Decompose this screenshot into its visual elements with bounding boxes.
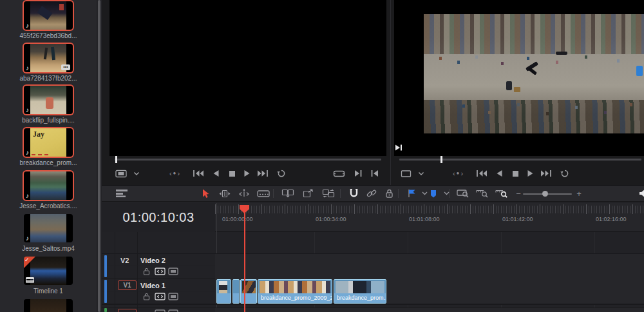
- dynamic-trim-icon[interactable]: [236, 186, 252, 200]
- clip-thumbnail[interactable]: ♪: [24, 86, 73, 114]
- loop-icon[interactable]: [273, 166, 289, 180]
- jog-control[interactable]: ‹ ● ›: [157, 166, 193, 180]
- blade-edit-icon[interactable]: [255, 186, 272, 200]
- clip-thumbnail[interactable]: ♪ •••: [24, 44, 73, 72]
- resize-viewer-icon[interactable]: [331, 166, 346, 180]
- source-scrubber-knob[interactable]: [115, 156, 117, 163]
- selection-tool-icon[interactable]: [197, 186, 214, 200]
- trim-edit-icon[interactable]: [216, 186, 233, 200]
- scrollbar-thumb[interactable]: [98, 0, 100, 312]
- zoom-slider-handle[interactable]: [542, 191, 548, 197]
- track-lock-icon[interactable]: [143, 293, 150, 300]
- chevron-down-icon[interactable]: [413, 166, 429, 180]
- audio-icon: ♪: [26, 192, 29, 199]
- timeline-thumbnail[interactable]: ✓: [24, 257, 73, 285]
- clip-filmstrip: [260, 281, 330, 294]
- track-badge-v1[interactable]: V1: [118, 280, 137, 290]
- track-badge-v2[interactable]: V2: [120, 257, 129, 264]
- go-to-last-frame-button[interactable]: [255, 166, 270, 180]
- next-edit-icon[interactable]: [350, 166, 366, 180]
- timeline-scrubber-knob[interactable]: [440, 156, 442, 163]
- minus-icon: −: [516, 189, 521, 199]
- timeline-clip[interactable]: [216, 279, 231, 304]
- media-item[interactable]: ♪ ••• aba7284137fb202...: [0, 44, 97, 82]
- timeline-clip[interactable]: [232, 279, 240, 304]
- clip-thumbnail[interactable]: ♪: [24, 1, 73, 30]
- media-item[interactable]: ♪ 455f2673ebd36bd...: [0, 1, 97, 39]
- clip-thumbnail[interactable]: ♪: [24, 171, 73, 200]
- jog-right-icon: ›: [460, 170, 464, 177]
- track-enable-icon[interactable]: [168, 293, 178, 300]
- playhead-line[interactable]: [244, 206, 245, 312]
- timeline-clip[interactable]: breakdance_promo_2009_2010 (4...: [258, 279, 332, 304]
- audio-icon: ♪: [26, 106, 29, 113]
- play-button[interactable]: [240, 166, 255, 180]
- source-scrubber[interactable]: [115, 159, 381, 161]
- insert-clip-icon[interactable]: [279, 186, 296, 200]
- go-to-first-frame-button[interactable]: [191, 166, 206, 180]
- stop-button[interactable]: [507, 166, 523, 180]
- chevron-down-icon[interactable]: [438, 186, 455, 200]
- clip-name: Jesse_Saltos.mp4: [0, 245, 97, 252]
- crowd-specks: [424, 14, 426, 17]
- loop-icon[interactable]: [556, 166, 572, 180]
- clip-thumbnail[interactable]: [24, 299, 73, 312]
- clip-thumbnail[interactable]: ♪: [24, 214, 73, 242]
- media-item[interactable]: ♪ Jesse_Acrobatics....: [0, 171, 97, 210]
- timeline-scrubber[interactable]: [399, 159, 641, 161]
- position-lock-icon[interactable]: [381, 186, 397, 200]
- chevron-down-icon[interactable]: [129, 166, 144, 180]
- mixer-icon[interactable]: [636, 186, 644, 200]
- go-to-last-frame-button[interactable]: [538, 166, 554, 180]
- track-name-v1[interactable]: Video 1: [140, 282, 166, 289]
- track-enable-icon[interactable]: [168, 309, 178, 312]
- play-button[interactable]: [523, 166, 538, 180]
- timeline-viewer-mode-icon[interactable]: [398, 166, 413, 180]
- zoom-custom-icon[interactable]: [493, 186, 510, 200]
- jog-dot-icon: ●: [173, 170, 178, 176]
- timecode-value: 01:00:10:03: [102, 210, 215, 225]
- track-enable-icon[interactable]: [168, 268, 178, 275]
- crowd-bottom: [424, 100, 644, 133]
- go-to-first-frame-button[interactable]: [474, 166, 489, 180]
- source-viewer-canvas[interactable]: [109, 0, 386, 156]
- thumbnail-art: [30, 86, 66, 114]
- video-2-lane[interactable]: [215, 254, 644, 278]
- timeline-ruler[interactable]: 01:00:00:00 01:00:34:00 01:01:08:00 01:0…: [215, 203, 644, 232]
- clip-thumbnail[interactable]: Jay ♪: [24, 128, 73, 157]
- media-item[interactable]: Jay ♪ breakdance_prom...: [0, 128, 97, 166]
- media-item[interactable]: [0, 299, 97, 312]
- jog-control[interactable]: ‹ ● ›: [440, 166, 477, 180]
- track-lock-icon[interactable]: [143, 268, 150, 275]
- auto-select-icon[interactable]: [155, 293, 166, 300]
- previous-edit-icon[interactable]: [367, 166, 383, 180]
- zoom-detail-icon[interactable]: [474, 186, 491, 200]
- play-reverse-button[interactable]: [491, 166, 507, 180]
- row-divider: [102, 304, 644, 305]
- media-pool-scrollbar[interactable]: [97, 0, 102, 312]
- jump-to-edit-icon[interactable]: [394, 142, 403, 150]
- auto-select-icon[interactable]: [155, 268, 166, 275]
- replace-clip-icon[interactable]: [320, 186, 337, 200]
- source-viewer-mode-icon[interactable]: [113, 166, 129, 180]
- timeline-clip[interactable]: breakdance_prom...: [334, 279, 386, 304]
- track-badge-a1[interactable]: [118, 309, 137, 312]
- track-name-v2[interactable]: Video 2: [140, 257, 166, 264]
- zoom-in-button[interactable]: +: [571, 186, 587, 200]
- media-item[interactable]: ♪ backflip_fullspin....: [0, 86, 97, 124]
- thumbnail-art: Jay: [30, 128, 66, 157]
- zoom-fit-icon[interactable]: [455, 186, 471, 200]
- media-item-timeline[interactable]: ✓ Timeline 1: [0, 257, 97, 295]
- timeline-view-options-icon[interactable]: [113, 186, 130, 200]
- ruler-label: 01:01:42:00: [502, 216, 533, 222]
- snapping-magnet-icon[interactable]: [345, 186, 362, 200]
- timeline-name: Timeline 1: [0, 288, 97, 295]
- link-clips-icon[interactable]: [363, 186, 380, 200]
- media-item[interactable]: ♪ Jesse_Saltos.mp4: [0, 214, 97, 252]
- play-reverse-button[interactable]: [208, 166, 223, 180]
- audio-1-lane[interactable]: [215, 308, 644, 312]
- stop-button[interactable]: [224, 166, 240, 180]
- timeline-clip[interactable]: [240, 279, 257, 304]
- overwrite-clip-icon[interactable]: [300, 186, 317, 200]
- auto-select-icon[interactable]: [155, 309, 166, 312]
